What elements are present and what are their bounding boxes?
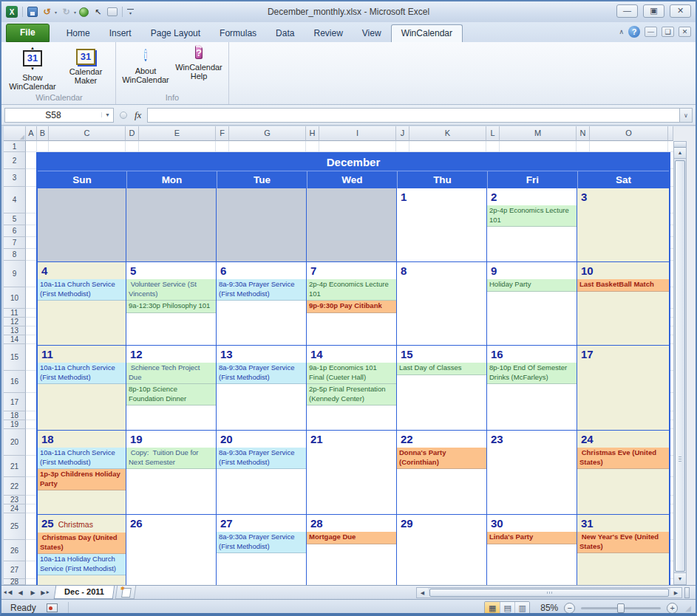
zoom-slider[interactable] [581, 607, 661, 609]
event-item[interactable]: 10a-11a Church Service (First Methodist) [38, 363, 126, 384]
ribbon-button-calendar-maker[interactable]: 31Calendar Maker [59, 44, 112, 92]
column-header-C[interactable]: C [49, 126, 126, 141]
column-header-A[interactable]: A [26, 126, 37, 141]
event-item[interactable]: Copy: Tuition Due for Next Semester [126, 448, 216, 469]
ribbon-button-show-wincalendar[interactable]: ▲31▼Show WinCalendar [6, 44, 59, 92]
calendar-day-cell-1[interactable]: 1 [397, 188, 487, 262]
tab-view[interactable]: View [353, 25, 391, 42]
next-sheet-icon[interactable]: ▶ [27, 587, 39, 598]
column-header-L[interactable]: L [486, 126, 500, 141]
event-item[interactable]: Christmas Eve (United States) [577, 448, 669, 469]
column-header-E[interactable]: E [139, 126, 216, 141]
calendar-day-cell-12[interactable]: 12 Schience Tech Project Due8p-10p Scien… [126, 346, 217, 431]
calendar-day-cell-23[interactable]: 23 [487, 431, 577, 515]
name-box[interactable]: S58 ▼ [4, 108, 114, 123]
vscroll-thumb[interactable] [675, 160, 685, 572]
expand-formula-bar-icon[interactable]: ∨ [679, 108, 693, 123]
event-item[interactable]: 8a-9:30a Prayer Service (First Methodist… [217, 532, 306, 553]
row-header-4[interactable]: 4 [4, 187, 26, 213]
event-item[interactable]: New Year's Eve (United States) [577, 532, 669, 553]
page-break-view-icon[interactable]: ▥ [514, 602, 529, 615]
normal-view-icon[interactable]: ▦ [485, 602, 500, 615]
zoom-level[interactable]: 85% [536, 603, 558, 613]
row-header-11[interactable]: 11 [4, 309, 26, 318]
tab-wincalendar[interactable]: WinCalendar [391, 24, 463, 42]
split-handle[interactable] [674, 142, 686, 148]
row-header-16[interactable]: 16 [4, 371, 26, 393]
column-header-N[interactable]: N [577, 126, 590, 141]
scroll-up-icon[interactable]: ▲ [674, 148, 686, 159]
row-header-7[interactable]: 7 [4, 237, 26, 249]
column-header-J[interactable]: J [396, 126, 409, 141]
select-all-corner[interactable] [4, 126, 26, 141]
event-item[interactable]: Last BasketBall Match [577, 279, 669, 292]
row-header-20[interactable]: 20 [4, 429, 26, 456]
row-header-12[interactable]: 12 [4, 318, 26, 326]
calendar-day-cell-25[interactable]: 25Christmas Christmas Day (United States… [38, 515, 126, 585]
event-item[interactable]: Last Day of Classes [397, 363, 486, 375]
row-header-23[interactable]: 23 [4, 496, 26, 504]
row-header-28[interactable]: 28 [4, 579, 26, 585]
row-header-2[interactable]: 2 [4, 152, 26, 169]
calendar-day-cell-14[interactable]: 149a-1p Economics 101 Final (Cueter Hall… [307, 346, 397, 431]
column-header-F[interactable]: F [216, 126, 229, 141]
event-item[interactable]: 8a-9:30a Prayer Service (First Methodist… [217, 363, 306, 384]
event-item[interactable]: Volunteer Service (St Vincents) [126, 279, 216, 301]
event-item[interactable]: 8p-10p End Of Semester Drinks (McFarleys… [487, 363, 577, 384]
tab-page-layout[interactable]: Page Layout [141, 25, 210, 42]
row-header-15[interactable]: 15 [4, 344, 26, 371]
column-header-K[interactable]: K [409, 126, 486, 141]
help-icon[interactable]: ? [628, 26, 640, 38]
tab-file[interactable]: File [6, 24, 50, 42]
calendar-day-cell-6[interactable]: 68a-9:30a Prayer Service (First Methodis… [217, 262, 307, 346]
event-item[interactable]: 9p-9:30p Pay Citibank [307, 301, 396, 313]
calendar-day-cell-18[interactable]: 1810a-11a Church Service (First Methodis… [38, 431, 126, 515]
row-header-6[interactable]: 6 [4, 225, 26, 237]
event-item[interactable]: 10a-11a Holiday Church Service (First Me… [38, 554, 126, 575]
calendar-day-cell-16[interactable]: 168p-10p End Of Semester Drinks (McFarle… [487, 346, 577, 431]
calendar-day-cell-5[interactable]: 5 Volunteer Service (St Vincents)9a-12:3… [126, 262, 217, 346]
tab-split-handle[interactable] [684, 587, 690, 598]
horizontal-scrollbar[interactable]: ◀ ▶ [416, 587, 682, 598]
row-header-1[interactable]: 1 [4, 141, 26, 152]
calendar-day-cell-22[interactable]: 22Donna's Party (Corinthian) [397, 431, 487, 515]
event-item[interactable]: Mortgage Due [307, 532, 396, 544]
macro-record-icon[interactable] [47, 603, 58, 612]
calendar-day-cell[interactable] [38, 188, 126, 262]
column-header-G[interactable]: G [229, 126, 306, 141]
calendar-day-cell-27[interactable]: 278a-9:30a Prayer Service (First Methodi… [217, 515, 307, 585]
calendar-day-cell-4[interactable]: 410a-11a Church Service (First Methodist… [38, 262, 126, 346]
calendar-day-cell-17[interactable]: 17 [577, 346, 669, 431]
calendar-day-cell-28[interactable]: 28Mortgage Due [307, 515, 397, 585]
ribbon-button-wincalendar-help[interactable]: ?WinCalendar Help [172, 44, 225, 92]
calendar-day-cell[interactable] [217, 188, 307, 262]
calendar-day-cell-21[interactable]: 21 [307, 431, 397, 515]
column-header-B[interactable]: B [37, 126, 49, 141]
insert-function-icon[interactable]: fx [135, 109, 141, 121]
event-item[interactable]: 2p-4p Economics Lecture 101 [487, 205, 577, 227]
row-header-9[interactable]: 9 [4, 261, 26, 287]
event-item[interactable]: 9a-1p Economics 101 Final (Cueter Hall) [307, 363, 396, 384]
calendar-day-cell-15[interactable]: 15Last Day of Classes [397, 346, 487, 431]
row-header-10[interactable]: 10 [4, 287, 26, 309]
insert-worksheet-icon[interactable] [115, 586, 137, 599]
scroll-right-icon[interactable]: ▶ [670, 588, 681, 598]
doc-close-icon[interactable]: ✕ [679, 27, 691, 37]
zoom-slider-thumb[interactable] [617, 603, 625, 613]
tab-data[interactable]: Data [266, 25, 304, 42]
cell-grid[interactable]: December SunMonTueWedThuFriSat 122p-4p E… [26, 141, 673, 585]
prev-sheet-icon[interactable]: ◀ [14, 587, 27, 598]
row-header-3[interactable]: 3 [4, 169, 26, 187]
calendar-day-cell-7[interactable]: 72p-4p Economics Lecture 1019p-9:30p Pay… [307, 262, 397, 346]
resize-grip-icon[interactable]: ◢ [684, 604, 691, 612]
calendar-day-cell[interactable] [126, 188, 217, 262]
row-header-18[interactable]: 18 [4, 411, 26, 420]
calendar-day-cell-2[interactable]: 22p-4p Economics Lecture 101 [487, 188, 577, 262]
event-item[interactable]: Linda's Party [487, 532, 577, 544]
event-item[interactable]: 8p-10p Science Foundation Dinner [126, 384, 216, 405]
calendar-day-cell-13[interactable]: 138a-9:30a Prayer Service (First Methodi… [217, 346, 307, 431]
event-item[interactable]: 8a-9:30a Prayer Service (First Methodist… [217, 448, 306, 469]
row-header-14[interactable]: 14 [4, 335, 26, 344]
event-item[interactable]: Donna's Party (Corinthian) [397, 448, 486, 469]
tab-review[interactable]: Review [304, 25, 352, 42]
